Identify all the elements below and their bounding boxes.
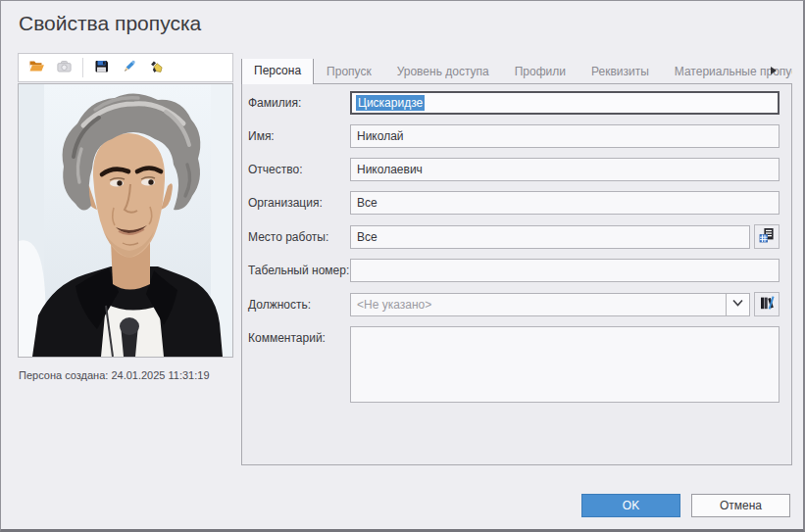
pass-properties-dialog: Свойства пропуска [0, 0, 805, 532]
field-row-organization: Организация: [248, 191, 780, 215]
person-photo [18, 83, 233, 358]
person-created-text: Персона создана: 24.01.2025 11:31:19 [19, 369, 210, 381]
personnel-number-input[interactable] [350, 259, 780, 282]
open-folder-icon [28, 59, 45, 77]
chevron-down-icon [730, 296, 745, 313]
field-row-personnel-number: Табельный номер: [248, 259, 780, 282]
position-dropdown-button[interactable] [726, 293, 750, 316]
save-icon [93, 59, 110, 77]
surname-selected-text: Цискаридзе [356, 95, 425, 111]
camera-button[interactable] [51, 56, 77, 80]
persona-tab-panel: Фамилия: Цискаридзе Имя: Отчество: Орган… [241, 83, 792, 465]
comment-textarea[interactable] [350, 326, 780, 403]
tab-requisites[interactable]: Реквизиты [579, 60, 662, 84]
comment-label: Комментарий: [248, 326, 350, 345]
edit-pencil-icon [121, 59, 137, 77]
edit-pencil-button[interactable] [116, 56, 142, 80]
page-title: Свойства пропуска [19, 12, 201, 35]
field-row-surname: Фамилия: Цискаридзе [248, 91, 780, 115]
open-folder-button[interactable] [24, 56, 50, 80]
tab-strip: Персона Пропуск Уровень доступа Профили … [241, 59, 792, 84]
field-row-position: Должность: [248, 292, 780, 316]
field-row-workplace: Место работы: [248, 224, 780, 249]
tabs-overflow-icon[interactable] [771, 67, 777, 74]
workplace-input[interactable] [350, 225, 750, 249]
organization-label: Организация: [248, 196, 350, 210]
photo-toolbar [18, 53, 233, 82]
clear-button[interactable] [143, 56, 170, 80]
department-list-icon [759, 227, 775, 246]
name-label: Имя: [248, 129, 350, 143]
tab-propusk[interactable]: Пропуск [314, 60, 384, 84]
patronymic-label: Отчество: [248, 163, 350, 176]
field-row-patronymic: Отчество: [248, 158, 780, 181]
ok-button[interactable]: OK [581, 494, 680, 517]
patronymic-input[interactable] [350, 158, 780, 181]
field-row-comment: Комментарий: [248, 326, 780, 403]
surname-label: Фамилия: [248, 96, 350, 110]
tab-persona[interactable]: Персона [241, 59, 314, 84]
reference-books-icon [759, 295, 775, 314]
cancel-button[interactable]: Отмена [691, 494, 790, 517]
select-workplace-button[interactable] [754, 224, 780, 249]
field-row-name: Имя: [248, 124, 780, 148]
tab-profiles[interactable]: Профили [502, 60, 579, 84]
organization-input[interactable] [350, 191, 780, 215]
workplace-label: Место работы: [248, 230, 350, 244]
camera-icon [56, 59, 73, 77]
save-button[interactable] [88, 56, 115, 80]
position-combobox[interactable] [350, 293, 727, 316]
position-label: Должность: [248, 298, 350, 312]
toolbar-separator [82, 58, 83, 77]
personnel-number-label: Табельный номер: [248, 264, 350, 277]
position-reference-button[interactable] [754, 292, 780, 316]
surname-input[interactable]: Цискаридзе [350, 91, 780, 115]
tab-access-level[interactable]: Уровень доступа [384, 60, 502, 84]
clear-icon [148, 59, 165, 77]
name-input[interactable] [350, 124, 780, 148]
